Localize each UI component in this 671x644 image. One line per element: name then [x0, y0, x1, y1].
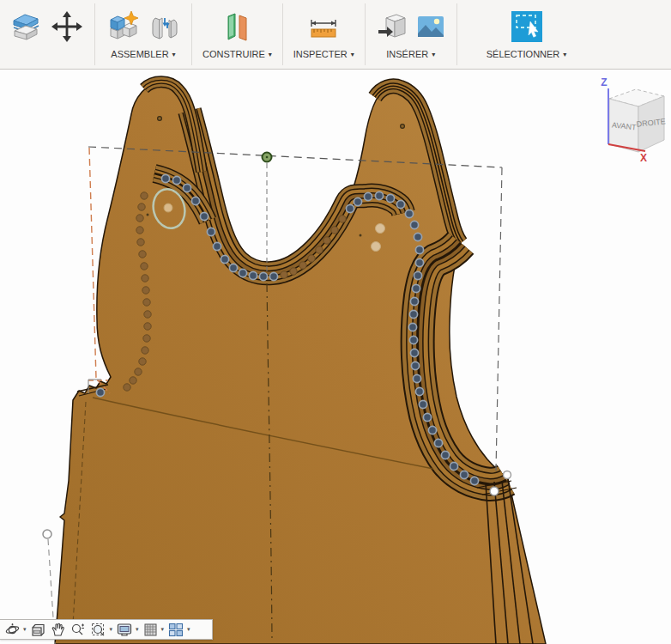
viewcube[interactable]: AVANT DROITE Z X	[601, 76, 666, 164]
left-strap-edge-points[interactable]	[124, 384, 130, 391]
neckline-left-seam-points[interactable]	[249, 271, 257, 279]
left-strap-edge-points[interactable]	[141, 192, 148, 199]
right-strap-armhole-points[interactable]	[410, 349, 418, 356]
neckline-left-seam-points[interactable]	[221, 255, 228, 263]
right-strap-armhole-points[interactable]	[415, 387, 423, 395]
right-strap-armhole-points[interactable]	[428, 426, 436, 434]
right-strap-armhole-points[interactable]	[346, 204, 354, 212]
toolbar-group-label[interactable]: INSÉRER▾	[386, 49, 435, 59]
neckline-right-rise-points[interactable]	[281, 271, 287, 278]
move-icon[interactable]	[50, 9, 84, 44]
right-strap-armhole-points[interactable]	[354, 197, 361, 205]
right-strap-armhole-points[interactable]	[413, 374, 420, 382]
garment-front-panel[interactable]	[55, 82, 546, 644]
measure-icon[interactable]	[306, 9, 341, 44]
grid-settings-icon[interactable]	[142, 621, 160, 638]
right-strap-armhole-points[interactable]	[410, 221, 418, 228]
pan-icon[interactable]	[49, 621, 67, 638]
right-strap-armhole-points[interactable]	[409, 336, 417, 343]
right-strap-armhole-points[interactable]	[405, 210, 413, 217]
join-icon[interactable]	[148, 9, 181, 44]
dropdown-caret-icon[interactable]: ▾	[136, 626, 139, 633]
left-strap-edge-points[interactable]	[143, 335, 150, 342]
dropdown-caret-icon[interactable]: ▾	[161, 626, 165, 633]
neckline-right-rise-points[interactable]	[323, 237, 330, 244]
insert-derive-icon[interactable]	[376, 9, 408, 44]
right-strap-armhole-points[interactable]	[396, 200, 404, 208]
speck[interactable]	[147, 214, 149, 216]
neckline-right-rise-points[interactable]	[331, 227, 338, 234]
left-strap-edge-points[interactable]	[141, 263, 148, 270]
tan-sketch-point[interactable]	[164, 204, 172, 212]
right-strap-armhole-points[interactable]	[434, 439, 442, 447]
display-settings-icon[interactable]	[115, 621, 134, 638]
left-strap-edge-points[interactable]	[137, 239, 144, 246]
dropdown-caret-icon[interactable]: ▾	[23, 626, 27, 633]
left-strap-edge-points[interactable]	[136, 227, 143, 234]
construction-plane-icon[interactable]	[220, 9, 254, 44]
pinhole[interactable]	[158, 117, 162, 121]
toolbar-group-label[interactable]: INSPECTER▾	[293, 49, 354, 59]
neckline-left-seam-points[interactable]	[213, 242, 221, 250]
neckline-left-seam-points[interactable]	[161, 174, 169, 182]
toolbar-group-label[interactable]: CONSTRUIRE▾	[203, 49, 272, 59]
left-strap-edge-points[interactable]	[142, 275, 148, 282]
left-strap-edge-points[interactable]	[135, 368, 142, 375]
left-strap-edge-points[interactable]	[139, 358, 146, 365]
neckline-left-seam-points[interactable]	[207, 228, 215, 235]
right-strap-armhole-points[interactable]	[411, 361, 419, 369]
right-strap-armhole-points[interactable]	[414, 233, 421, 240]
left-strap-edge-points[interactable]	[139, 251, 146, 258]
left-strap-edge-points[interactable]	[142, 287, 149, 294]
toolbar-group-label[interactable]: SÉLECTIONNER▾	[487, 49, 567, 59]
white-sketch-point[interactable]	[490, 487, 499, 495]
left-notch-point[interactable]	[96, 388, 104, 396]
select-icon[interactable]	[510, 9, 544, 44]
neckline-left-seam-points[interactable]	[200, 212, 208, 220]
origin-green-point-center[interactable]	[266, 156, 269, 159]
solid-workspace-icon[interactable]	[9, 9, 43, 44]
right-strap-armhole-points[interactable]	[423, 413, 431, 421]
neckline-right-rise-points[interactable]	[290, 268, 297, 275]
neckline-left-seam-points[interactable]	[183, 184, 190, 191]
insert-image-icon[interactable]	[415, 9, 446, 44]
left-strap-edge-points[interactable]	[130, 377, 136, 384]
left-strap-edge-points[interactable]	[142, 347, 148, 354]
right-strap-armhole-points[interactable]	[412, 284, 420, 292]
right-strap-armhole-points[interactable]	[408, 323, 416, 331]
pinhole[interactable]	[401, 125, 405, 129]
neckline-left-seam-points[interactable]	[239, 269, 246, 276]
right-strap-armhole-points[interactable]	[470, 477, 478, 484]
model-viewport[interactable]: AVANT DROITE Z X	[0, 0, 671, 644]
right-strap-armhole-points[interactable]	[460, 471, 468, 478]
look-at-icon[interactable]	[29, 621, 47, 638]
right-strap-armhole-points[interactable]	[415, 246, 423, 253]
left-strap-edge-points[interactable]	[144, 323, 151, 330]
neckline-right-rise-points[interactable]	[308, 255, 315, 262]
left-strap-edge-points[interactable]	[143, 299, 150, 306]
right-strap-armhole-points[interactable]	[441, 451, 449, 459]
toolbar-group-label[interactable]: ASSEMBLER▾	[111, 49, 175, 59]
right-strap-armhole-points[interactable]	[364, 192, 372, 200]
zoom-window-icon[interactable]	[89, 621, 108, 638]
orbit-icon[interactable]	[3, 621, 21, 638]
right-strap-armhole-points[interactable]	[375, 191, 383, 199]
neckline-left-seam-points[interactable]	[172, 176, 180, 184]
right-strap-armhole-points[interactable]	[409, 310, 417, 318]
speck[interactable]	[360, 234, 362, 237]
cream-sketch-point[interactable]	[372, 242, 381, 252]
left-strap-edge-points[interactable]	[144, 311, 151, 318]
dropdown-caret-icon[interactable]: ▾	[187, 626, 190, 633]
cream-sketch-point[interactable]	[376, 224, 385, 234]
neckline-left-seam-points[interactable]	[229, 264, 237, 271]
neckline-right-rise-points[interactable]	[316, 246, 323, 253]
neckline-left-seam-points[interactable]	[269, 272, 277, 280]
left-strap-edge-points[interactable]	[136, 215, 143, 222]
neckline-left-seam-points[interactable]	[191, 197, 199, 204]
new-component-icon[interactable]	[106, 9, 142, 44]
left-strap-edge-points[interactable]	[138, 204, 145, 210]
right-strap-armhole-points[interactable]	[414, 271, 421, 279]
neckline-right-rise-points[interactable]	[339, 216, 346, 222]
open-sketch-point[interactable]	[504, 471, 511, 479]
right-strap-armhole-points[interactable]	[419, 400, 426, 408]
